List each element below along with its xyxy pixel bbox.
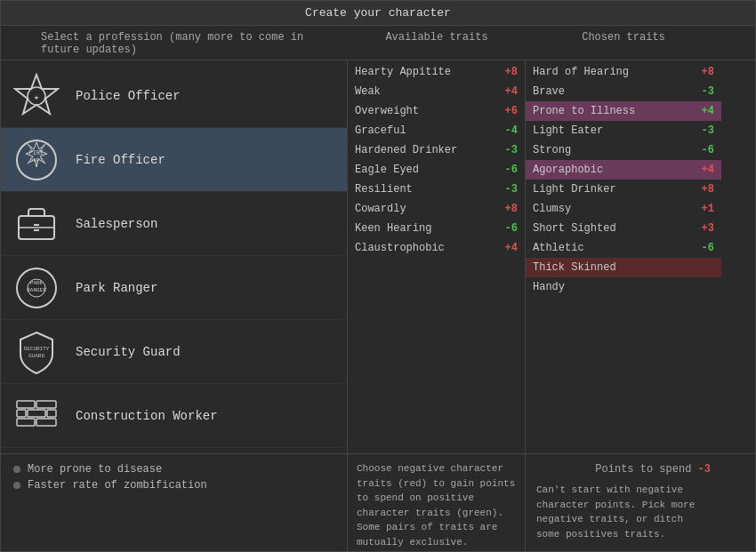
construction-icon	[10, 391, 63, 440]
profession-item-fire[interactable]: FIRE DEPT Fire Officer	[1, 128, 347, 192]
bullet-disease: More prone to disease	[13, 463, 334, 476]
profession-item-construction[interactable]: Construction Worker	[1, 384, 347, 448]
profession-list: ★ Police Officer FIRE DEPT Fire Officer	[1, 60, 348, 453]
chosen-athletic[interactable]: Athletic -6	[526, 238, 721, 258]
chosen-light-eater[interactable]: Light Eater -3	[526, 121, 721, 140]
available-header: Available traits	[348, 31, 526, 56]
bullet-dot-1	[13, 466, 20, 473]
svg-text:★: ★	[34, 93, 39, 102]
police-icon: ★	[10, 71, 63, 120]
chosen-handy[interactable]: Handy	[526, 277, 721, 297]
chosen-short-sighted[interactable]: Short Sighted +3	[526, 219, 721, 238]
profession-item-park[interactable]: PARK RANGER Park Ranger	[1, 256, 347, 320]
security-icon: SECURITY GUARD	[10, 327, 63, 376]
title-bar: Create your character	[1, 1, 755, 26]
profession-name-park: Park Ranger	[76, 281, 157, 295]
chosen-clumsy[interactable]: Clumsy +1	[526, 199, 721, 219]
chosen-hard-of-hearing[interactable]: Hard of Hearing +8	[526, 62, 721, 82]
trait-overweight[interactable]: Overweight +6	[348, 101, 525, 121]
bottom-bar: More prone to disease Faster rate of zom…	[1, 453, 755, 551]
svg-rect-22	[17, 419, 35, 426]
profession-item-sales[interactable]: Salesperson	[1, 192, 347, 256]
profession-item-police[interactable]: ★ Police Officer	[1, 64, 347, 128]
chosen-header: Chosen traits	[526, 31, 721, 56]
svg-rect-18	[36, 401, 56, 408]
trait-cowardly[interactable]: Cowardly +8	[348, 199, 525, 219]
bullet-zombification: Faster rate of zombification	[13, 479, 334, 492]
trait-hardened-drinker[interactable]: Hardened Drinker -3	[348, 140, 525, 160]
svg-text:RANGER: RANGER	[27, 287, 46, 293]
profession-name-fire: Fire Officer	[76, 153, 165, 167]
points-display: Points to spend -3	[536, 461, 711, 477]
chosen-thick-skinned[interactable]: Thick Skinned	[526, 258, 721, 277]
profession-description: More prone to disease Faster rate of zom…	[1, 454, 348, 551]
chosen-agoraphobic[interactable]: Agoraphobic +4	[526, 160, 721, 180]
chosen-strong[interactable]: Strong -6	[526, 140, 721, 160]
svg-rect-20	[28, 410, 45, 417]
chosen-prone-to-illness[interactable]: Prone to Illness +4	[526, 101, 721, 121]
svg-text:GUARD: GUARD	[28, 353, 44, 359]
svg-rect-19	[17, 410, 26, 417]
trait-resilient[interactable]: Resilient -3	[348, 180, 525, 199]
fire-icon: FIRE DEPT	[10, 135, 63, 184]
chosen-light-drinker[interactable]: Light Drinker +8	[526, 180, 721, 199]
profession-header: Select a profession (many more to come i…	[1, 31, 348, 56]
svg-text:SECURITY: SECURITY	[24, 346, 50, 352]
trait-eagle-eyed[interactable]: Eagle Eyed -6	[348, 160, 525, 180]
trait-keen-hearing[interactable]: Keen Hearing -6	[348, 219, 525, 238]
chosen-traits-list: Hard of Hearing +8 Brave -3 Prone to Ill…	[526, 60, 721, 453]
trait-graceful[interactable]: Graceful -4	[348, 121, 525, 140]
svg-rect-17	[17, 401, 35, 408]
svg-rect-21	[47, 410, 56, 417]
sales-icon	[10, 199, 63, 248]
svg-rect-23	[36, 419, 56, 426]
profession-name-sales: Salesperson	[76, 217, 157, 231]
character-creation-window: Create your character Select a professio…	[0, 0, 756, 552]
main-content: ★ Police Officer FIRE DEPT Fire Officer	[1, 60, 755, 453]
available-traits-list: Hearty Appitite +8 Weak +4 Overweight +6…	[348, 60, 526, 453]
points-panel: Points to spend -3 Can't start with nega…	[526, 454, 721, 551]
window-title: Create your character	[305, 6, 451, 20]
bullet-dot-2	[13, 482, 20, 489]
column-headers: Select a profession (many more to come i…	[1, 26, 755, 60]
profession-name-security: Security Guard	[76, 345, 181, 359]
traits-instructions: Choose negative character traits (red) t…	[348, 454, 526, 551]
chosen-brave[interactable]: Brave -3	[526, 82, 721, 101]
trait-claustrophobic[interactable]: Claustrophobic +4	[348, 238, 525, 258]
profession-name-police: Police Officer	[76, 89, 181, 103]
trait-hearty-appitite[interactable]: Hearty Appitite +8	[348, 62, 525, 82]
profession-item-security[interactable]: SECURITY GUARD Security Guard	[1, 320, 347, 384]
trait-weak[interactable]: Weak +4	[348, 82, 525, 101]
park-icon: PARK RANGER	[10, 263, 63, 312]
profession-name-construction: Construction Worker	[76, 409, 218, 423]
